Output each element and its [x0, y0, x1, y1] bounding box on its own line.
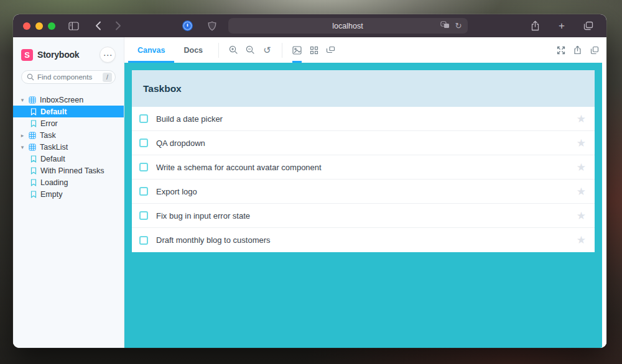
task-title: Export logo	[156, 187, 577, 196]
task-list: Build a date picker ★ QA dropdown ★ Writ…	[132, 107, 595, 252]
outline-icon[interactable]	[322, 37, 339, 63]
bookmark-icon	[30, 120, 37, 127]
brand-row: S Storybook ⋯	[13, 46, 124, 63]
sidebar-item-label: Empty	[40, 190, 62, 199]
chevron-down-icon[interactable]: ▾	[20, 97, 25, 103]
tabs-overview-icon[interactable]	[580, 18, 596, 34]
pin-star-icon[interactable]: ★	[577, 162, 586, 173]
sidebar-item-task[interactable]: ▸ Task	[13, 129, 124, 141]
component-icon	[29, 132, 36, 139]
sidebar-item-tasklist-default[interactable]: Default	[13, 153, 124, 165]
open-external-icon[interactable]	[586, 37, 603, 63]
sidebar-item-tasklist[interactable]: ▾ TaskList	[13, 141, 124, 153]
tab-docs[interactable]: Docs	[174, 37, 212, 63]
sidebar-item-inboxscreen[interactable]: ▾ InboxScreen	[13, 94, 124, 106]
grid-icon[interactable]	[305, 37, 322, 63]
task-checkbox[interactable]	[139, 163, 148, 171]
tab-label: Canvas	[137, 46, 165, 55]
back-icon[interactable]	[90, 18, 106, 34]
task-row: Draft monthly blog to customers ★	[132, 228, 595, 252]
task-title: Draft monthly blog to customers	[156, 235, 577, 245]
bookmark-icon	[30, 155, 37, 163]
search-input[interactable]	[22, 73, 115, 81]
minimize-window-button[interactable]	[35, 22, 43, 30]
titlebar-right: +	[527, 18, 596, 34]
page-title: Taskbox	[143, 83, 182, 94]
search-icon	[27, 73, 34, 81]
search-box[interactable]: /	[21, 70, 116, 84]
translate-icon[interactable]	[440, 21, 450, 30]
tab-canvas[interactable]: Canvas	[128, 37, 174, 63]
bookmark-icon	[30, 191, 37, 198]
sidebar-item-label: With Pinned Tasks	[40, 166, 104, 175]
storybook-app: S Storybook ⋯ /	[13, 37, 606, 348]
chevron-right-icon[interactable]: ▸	[20, 132, 25, 139]
close-window-button[interactable]	[23, 22, 30, 30]
sidebar-item-label: Loading	[40, 178, 68, 187]
task-row: Export logo ★	[132, 180, 595, 204]
search-row: /	[13, 63, 124, 86]
storybook-logo-icon: S	[21, 49, 33, 61]
storybook-sidebar: S Storybook ⋯ /	[13, 37, 124, 348]
onepassword-icon[interactable]	[180, 18, 196, 34]
task-row: Build a date picker ★	[132, 107, 595, 131]
sidebar-item-with-pinned-tasks[interactable]: With Pinned Tasks	[13, 165, 124, 176]
bookmark-icon	[30, 179, 37, 186]
sidebar-item-label: Task	[40, 131, 56, 140]
bookmark-icon	[30, 167, 37, 175]
sidebar-item-inboxscreen-default[interactable]: Default	[13, 106, 124, 117]
sidebar-item-label: Default	[40, 107, 67, 116]
task-row: QA dropdown ★	[132, 131, 595, 155]
task-row: Write a schema for account avatar compon…	[132, 155, 595, 180]
canvas-pane: Canvas Docs	[124, 37, 606, 348]
brand-title: Storybook	[37, 50, 100, 60]
desktop-wallpaper: localhost ↻	[0, 0, 622, 364]
task-title: Build a date picker	[156, 114, 577, 124]
sidebar-menu-button[interactable]: ⋯	[100, 47, 116, 63]
ellipsis-icon: ⋯	[103, 50, 113, 60]
backgrounds-icon[interactable]	[289, 37, 305, 63]
task-checkbox[interactable]	[139, 139, 148, 147]
share-icon[interactable]	[527, 18, 543, 34]
toolbar-divider	[218, 43, 219, 58]
zoom-window-button[interactable]	[48, 22, 55, 30]
privacy-shield-icon[interactable]	[204, 18, 220, 34]
titlebar-center: localhost ↻	[126, 18, 521, 34]
zoom-in-icon[interactable]	[225, 37, 242, 63]
new-tab-icon[interactable]: +	[554, 18, 570, 34]
forward-icon[interactable]	[110, 18, 126, 34]
component-icon	[29, 143, 36, 151]
bookmark-icon	[30, 108, 37, 116]
fullscreen-icon[interactable]	[552, 37, 569, 63]
sidebar-item-loading[interactable]: Loading	[13, 176, 124, 188]
sidebar-item-empty[interactable]: Empty	[13, 188, 124, 200]
chevron-down-icon[interactable]: ▾	[20, 144, 25, 150]
task-checkbox[interactable]	[139, 187, 148, 196]
safari-titlebar: localhost ↻	[13, 14, 606, 37]
pin-star-icon[interactable]: ★	[577, 235, 586, 245]
address-bar[interactable]: localhost ↻	[228, 18, 468, 34]
task-checkbox[interactable]	[139, 236, 148, 245]
task-title: QA dropdown	[156, 139, 577, 148]
address-bar-url: localhost	[332, 22, 363, 30]
sidebar-item-label: TaskList	[40, 143, 68, 152]
zoom-out-icon[interactable]	[242, 37, 259, 63]
story-tree: ▾ InboxScreen Default	[13, 94, 124, 200]
pin-star-icon[interactable]: ★	[577, 186, 586, 197]
reload-icon[interactable]: ↻	[455, 21, 462, 30]
pin-star-icon[interactable]: ★	[577, 211, 586, 221]
pin-star-icon[interactable]: ★	[577, 138, 586, 148]
task-checkbox[interactable]	[139, 211, 148, 220]
canvas-toolbar: Canvas Docs	[124, 37, 606, 63]
component-icon	[29, 96, 36, 104]
taskbox-header: Taskbox	[132, 70, 595, 107]
window-controls	[23, 22, 55, 30]
task-checkbox[interactable]	[139, 114, 148, 123]
sidebar-toggle-icon[interactable]	[65, 18, 81, 34]
sidebar-item-inboxscreen-error[interactable]: Error	[13, 117, 124, 129]
address-bar-icons: ↻	[440, 21, 462, 30]
share-preview-icon[interactable]	[569, 37, 586, 63]
search-shortcut-badge: /	[103, 73, 112, 82]
pin-star-icon[interactable]: ★	[577, 114, 586, 124]
zoom-reset-icon[interactable]: ↺	[259, 37, 276, 63]
